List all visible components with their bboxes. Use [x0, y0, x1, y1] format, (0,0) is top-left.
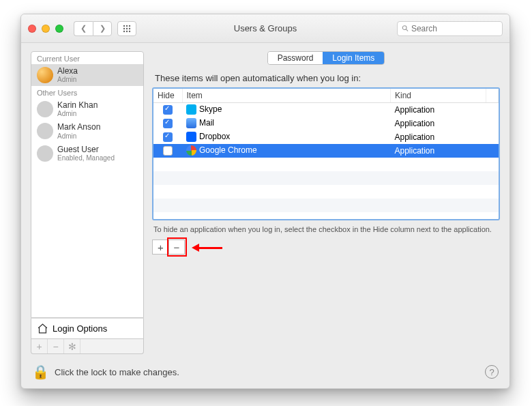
svg-point-5 — [129, 27, 130, 29]
search-field[interactable] — [397, 21, 503, 36]
add-remove-group: + − — [152, 240, 500, 255]
section-current-user: Current User — [31, 52, 143, 64]
item-kind: Application — [391, 144, 486, 158]
avatar — [37, 67, 53, 83]
tab-password[interactable]: Password — [268, 52, 323, 64]
lock-icon[interactable]: 🔒 — [32, 364, 49, 380]
app-icon — [186, 104, 196, 115]
table-row[interactable]: Google Chrome Application — [153, 144, 499, 158]
app-icon — [186, 118, 196, 128]
svg-point-9 — [402, 26, 407, 30]
user-row-current[interactable]: Alexa Admin — [31, 64, 143, 86]
user-role: Admin — [57, 132, 100, 140]
item-name: Google Chrome — [199, 145, 257, 155]
app-icon — [186, 132, 196, 142]
login-items-table: Hide Item Kind Skype Application — [152, 87, 500, 220]
content-pane: Password Login Items These items will op… — [152, 51, 500, 354]
action-menu-button[interactable]: ✻ — [64, 339, 80, 353]
user-list: Current User Alexa Admin Other Users Kar… — [31, 51, 144, 318]
add-user-button[interactable]: + — [31, 339, 48, 353]
hide-checkbox[interactable] — [163, 105, 173, 115]
item-kind: Application — [391, 130, 486, 144]
user-role: Enabled, Managed — [57, 154, 115, 162]
help-button[interactable]: ? — [485, 365, 499, 379]
remove-user-button[interactable]: − — [48, 339, 64, 353]
nav-group: ❮ ❯ — [74, 21, 112, 36]
avatar — [37, 123, 53, 139]
lock-text: Click the lock to make changes. — [55, 367, 179, 377]
window-controls — [28, 25, 63, 33]
annotation-arrow — [192, 244, 222, 252]
svg-point-3 — [123, 27, 125, 29]
svg-line-10 — [407, 29, 408, 31]
user-role: Admin — [57, 76, 78, 83]
forward-button[interactable]: ❯ — [93, 21, 112, 36]
login-items-subtitle: These items will open automatically when… — [155, 73, 500, 83]
app-icon — [186, 145, 196, 156]
item-kind: Application — [391, 103, 486, 117]
user-name: Guest User — [57, 145, 115, 154]
user-name: Mark Anson — [57, 123, 100, 132]
section-other-users: Other Users — [31, 86, 143, 98]
hide-checkbox[interactable] — [163, 132, 173, 142]
home-icon — [37, 323, 48, 334]
table-row[interactable]: Mail Application — [153, 117, 499, 130]
col-spacer — [486, 89, 499, 103]
user-row[interactable]: Mark Anson Admin — [31, 120, 143, 142]
user-name: Alexa — [57, 67, 78, 76]
user-name: Karin Khan — [57, 101, 98, 110]
user-role: Admin — [57, 110, 98, 117]
avatar — [37, 145, 53, 162]
item-name: Dropbox — [199, 132, 230, 141]
remove-item-button[interactable]: − — [168, 240, 185, 255]
item-name: Skype — [199, 104, 222, 114]
svg-point-1 — [126, 25, 128, 26]
titlebar: ❮ ❯ Users & Groups — [21, 14, 509, 43]
user-row[interactable]: Karin Khan Admin — [31, 98, 143, 120]
search-input[interactable] — [411, 24, 498, 33]
minimize-icon[interactable] — [42, 25, 50, 33]
show-all-button[interactable] — [117, 21, 136, 36]
hide-checkbox[interactable] — [163, 146, 173, 156]
tab-bar: Password Login Items — [152, 51, 500, 65]
col-item[interactable]: Item — [182, 89, 391, 103]
login-options-label: Login Options — [53, 323, 107, 334]
user-row[interactable]: Guest User Enabled, Managed — [31, 143, 143, 164]
footer: 🔒 Click the lock to make changes. ? — [31, 360, 500, 380]
svg-point-6 — [123, 30, 125, 31]
search-icon — [402, 25, 409, 32]
svg-point-8 — [129, 30, 130, 31]
hide-checkbox[interactable] — [163, 119, 173, 128]
item-name: Mail — [199, 118, 214, 128]
back-button[interactable]: ❮ — [74, 21, 93, 36]
svg-point-0 — [123, 25, 125, 26]
svg-point-7 — [126, 30, 128, 31]
col-kind[interactable]: Kind — [391, 89, 486, 103]
avatar — [37, 101, 53, 117]
close-icon[interactable] — [28, 25, 36, 33]
sidebar-button-bar: + − ✻ — [31, 339, 144, 354]
login-options-button[interactable]: Login Options — [31, 318, 144, 339]
hide-hint-text: To hide an application when you log in, … — [153, 224, 500, 234]
col-hide[interactable]: Hide — [153, 89, 182, 103]
sidebar: Current User Alexa Admin Other Users Kar… — [31, 51, 144, 354]
svg-point-4 — [126, 27, 128, 29]
svg-point-2 — [129, 25, 130, 26]
tab-login-items[interactable]: Login Items — [323, 52, 384, 64]
table-row[interactable]: Dropbox Application — [153, 130, 499, 144]
zoom-icon[interactable] — [55, 25, 63, 33]
table-row[interactable]: Skype Application — [153, 103, 499, 117]
preferences-window: ❮ ❯ Users & Groups Current User Alexa Ad… — [20, 14, 510, 389]
item-kind: Application — [391, 117, 486, 130]
add-item-button[interactable]: + — [152, 240, 168, 255]
